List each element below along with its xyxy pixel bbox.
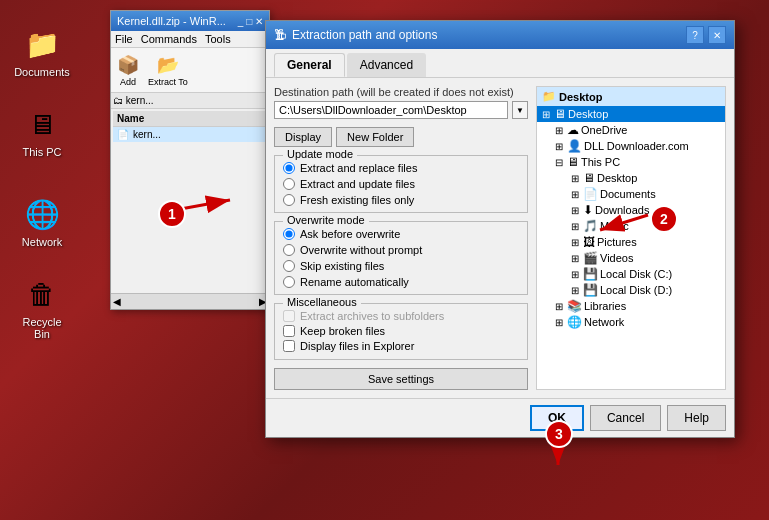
thispc-icon: 🖥 [22,104,62,144]
tree-item-network[interactable]: ⊞ 🌐 Network [537,314,725,330]
tree-panel: 📁 Desktop ⊞ 🖥 Desktop ⊞ ☁ OneDrive [536,86,726,390]
tree-item-onedrive[interactable]: ⊞ ☁ OneDrive [537,122,725,138]
misc-display-label: Display files in Explorer [300,340,414,352]
cancel-button[interactable]: Cancel [590,405,661,431]
menu-commands[interactable]: Commands [141,33,197,45]
winrar-toolbar: 📦 Add 📂 Extract To [111,48,269,93]
network-icon: 🌐 [22,194,62,234]
tree-item-diskc[interactable]: ⊞ 💾 Local Disk (C:) [537,266,725,282]
miscellaneous-label: Miscellaneous [283,296,361,308]
documents-label: Documents [14,66,70,78]
display-button[interactable]: Display [274,127,332,147]
new-folder-button[interactable]: New Folder [336,127,414,147]
expand-icon-2: ⊞ [553,141,565,152]
destination-path-row: ▼ [274,101,528,119]
tree-item-diskd[interactable]: ⊞ 💾 Local Disk (D:) [537,282,725,298]
overwrite-without-prompt[interactable]: Overwrite without prompt [283,244,519,256]
annotation-1: 1 [158,200,186,228]
tree-header-label: Desktop [559,91,602,103]
tree-item-desktop-root[interactable]: ⊞ 🖥 Desktop [537,106,725,122]
tree-folder-icon-8: 🖼 [583,235,595,249]
tree-item-videos[interactable]: ⊞ 🎬 Videos [537,250,725,266]
winrar-main-window: Kernel.dll.zip - WinR... _ □ ✕ File Comm… [110,10,270,310]
tab-general[interactable]: General [274,53,345,77]
destination-label: Destination path (will be created if doe… [274,86,528,98]
expand-icon-8: ⊞ [569,237,581,248]
update-update-label: Extract and update files [300,178,415,190]
winrar-titlebar: Kernel.dll.zip - WinR... _ □ ✕ [111,11,269,31]
annotation-2: 2 [650,205,678,233]
desktop-icon-thispc[interactable]: 🖥 This PC [10,100,74,162]
tree-item-libraries[interactable]: ⊞ 📚 Libraries [537,298,725,314]
destination-path-dropdown[interactable]: ▼ [512,101,528,119]
filelist-header: Name [113,111,267,127]
expand-icon-9: ⊞ [569,253,581,264]
winrar-title: Kernel.dll.zip - WinR... [117,15,226,27]
update-mode-replace[interactable]: Extract and replace files [283,162,519,174]
overwrite-skip[interactable]: Skip existing files [283,260,519,272]
file-icon: 📄 [117,129,129,140]
tree-item-pictures[interactable]: ⊞ 🖼 Pictures [537,234,725,250]
update-mode-fresh[interactable]: Fresh existing files only [283,194,519,206]
extract-icon: 📂 [156,53,180,77]
overwrite-prompt-label: Overwrite without prompt [300,244,422,256]
tree-folder-icon: 📁 [542,90,556,103]
miscellaneous-group: Miscellaneous Extract archives to subfol… [274,303,528,360]
tree-item-music[interactable]: ⊞ 🎵 Music [537,218,725,234]
overwrite-ask[interactable]: Ask before overwrite [283,228,519,240]
dialog-help-btn[interactable]: ? [686,26,704,44]
tree-container[interactable]: ⊞ 🖥 Desktop ⊞ ☁ OneDrive ⊞ 👤 DLL Dow [537,106,725,376]
save-settings-button[interactable]: Save settings [274,368,528,390]
documents-icon: 📁 [22,24,62,64]
tree-item-desktop2[interactable]: ⊞ 🖥 Desktop [537,170,725,186]
tree-folder-icon-11: 💾 [583,283,598,297]
dialog-title-controls: ? ✕ [686,26,726,44]
tree-item-documents[interactable]: ⊞ 📄 Documents [537,186,725,202]
tree-folder-icon-0: 🖥 [554,107,566,121]
toolbar-extract[interactable]: 📂 Extract To [146,51,190,89]
help-button[interactable]: Help [667,405,726,431]
desktop-icon-documents[interactable]: 📁 Documents [10,20,74,82]
expand-icon-7: ⊞ [569,221,581,232]
expand-icon: ⊞ [540,109,552,120]
tree-item-thispc[interactable]: ⊟ 🖥 This PC [537,154,725,170]
misc-broken[interactable]: Keep broken files [283,325,519,337]
dialog-close-btn[interactable]: ✕ [708,26,726,44]
tree-header: 📁 Desktop [537,87,725,106]
expand-icon-5: ⊞ [569,189,581,200]
destination-path-input[interactable] [274,101,508,119]
filelist-item[interactable]: 📄 kern... [113,127,267,142]
menu-file[interactable]: File [115,33,133,45]
dialog-footer: OK Cancel Help [266,398,734,437]
overwrite-rename[interactable]: Rename automatically [283,276,519,288]
expand-icon-10: ⊞ [569,269,581,280]
toolbar-add[interactable]: 📦 Add [114,51,142,89]
misc-subfolders[interactable]: Extract archives to subfolders [283,310,519,322]
tree-item-dll[interactable]: ⊞ 👤 DLL Downloader.com [537,138,725,154]
tree-folder-icon-13: 🌐 [567,315,582,329]
tree-folder-icon-3: 🖥 [567,155,579,169]
tree-item-downloads[interactable]: ⊞ ⬇ Downloads [537,202,725,218]
tree-folder-icon-2: 👤 [567,139,582,153]
destination-buttons: Display New Folder [274,127,528,147]
overwrite-mode-label: Overwrite mode [283,214,369,226]
menu-tools[interactable]: Tools [205,33,231,45]
tree-folder-icon-1: ☁ [567,123,579,137]
desktop-icon-recycle[interactable]: 🗑 Recycle Bin [10,270,74,344]
overwrite-rename-label: Rename automatically [300,276,409,288]
network-label: Network [22,236,62,248]
recycle-icon: 🗑 [22,274,62,314]
winrar-title-controls: _ □ ✕ [238,15,263,27]
expand-icon-4: ⊞ [569,173,581,184]
tab-advanced[interactable]: Advanced [347,53,426,77]
expand-icon-11: ⊞ [569,285,581,296]
expand-icon-1: ⊞ [553,125,565,136]
recycle-label: Recycle Bin [14,316,70,340]
dialog-content: Destination path (will be created if doe… [266,78,734,398]
winrar-filelist: Name 📄 kern... [111,109,269,144]
overwrite-mode-group: Overwrite mode Ask before overwrite Over… [274,221,528,295]
misc-display[interactable]: Display files in Explorer [283,340,519,352]
update-mode-update[interactable]: Extract and update files [283,178,519,190]
desktop-icon-network[interactable]: 🌐 Network [10,190,74,252]
tree-folder-icon-9: 🎬 [583,251,598,265]
